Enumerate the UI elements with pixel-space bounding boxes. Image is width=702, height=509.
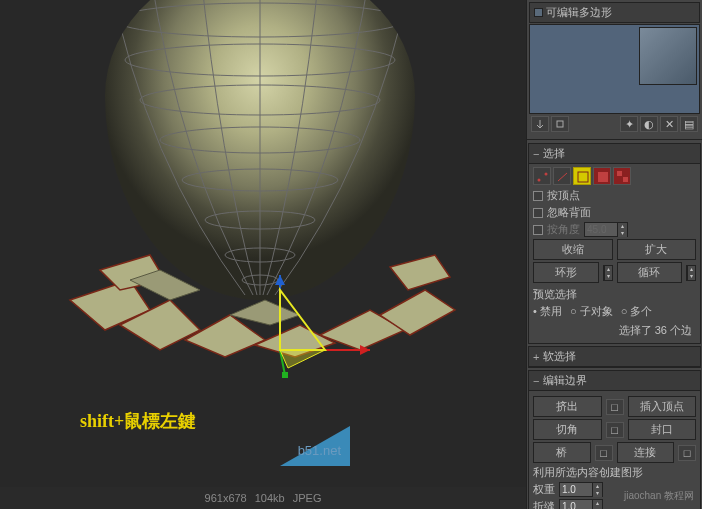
svg-point-3 <box>140 85 380 115</box>
model-vessel <box>90 0 430 355</box>
spinner-up-icon[interactable]: ▴ <box>592 500 602 507</box>
watermark: b51.net <box>298 443 341 458</box>
edge-icon[interactable] <box>553 167 571 185</box>
modifier-stack: 可编辑多边形 ✦ ◐ ✕ ▤ <box>527 0 702 136</box>
modifier-list[interactable] <box>529 24 700 114</box>
create-shape-label: 利用所选内容创建图形 <box>533 465 643 480</box>
subobj-radio-label[interactable]: 子对象 <box>580 305 613 317</box>
weight-label: 权重 <box>533 482 555 497</box>
loop-down-icon[interactable]: ▾ <box>687 273 695 280</box>
polygon-icon[interactable] <box>593 167 611 185</box>
svg-point-29 <box>545 173 548 176</box>
crease-input[interactable] <box>560 501 592 509</box>
svg-point-2 <box>125 44 395 76</box>
ignore-backface-checkbox[interactable] <box>533 208 543 218</box>
svg-marker-16 <box>390 255 450 290</box>
crease-label: 折缝 <box>533 499 555 509</box>
modifier-name: 可编辑多边形 <box>546 5 612 20</box>
modifier-header[interactable]: 可编辑多边形 <box>529 2 700 23</box>
rollout-soft-selection: + 软选择 <box>528 346 701 368</box>
ring-down-icon[interactable]: ▾ <box>604 273 612 280</box>
ring-button[interactable]: 环形 <box>533 262 599 283</box>
by-angle-checkbox[interactable] <box>533 225 543 235</box>
svg-point-4 <box>160 127 360 153</box>
crease-spinner[interactable]: ▴▾ <box>559 499 603 509</box>
ring-up-icon[interactable]: ▴ <box>604 266 612 273</box>
cap-button[interactable]: 封口 <box>628 419 697 440</box>
weight-spinner[interactable]: ▴▾ <box>559 482 603 497</box>
angle-input <box>585 224 617 235</box>
footer-format: JPEG <box>293 492 322 504</box>
loop-button[interactable]: 循环 <box>617 262 683 283</box>
svg-point-28 <box>538 179 541 182</box>
shrink-button[interactable]: 收缩 <box>533 239 613 260</box>
subobject-icons <box>533 167 696 185</box>
soft-title: 软选择 <box>543 349 576 364</box>
selection-title: 选择 <box>543 146 565 161</box>
svg-rect-33 <box>617 171 622 176</box>
configure-icon[interactable]: ✦ <box>620 116 638 132</box>
insert-vertex-button[interactable]: 插入顶点 <box>628 396 697 417</box>
connect-settings-icon[interactable]: □ <box>678 445 696 461</box>
svg-marker-12 <box>255 325 335 357</box>
footer-size: 104kb <box>255 492 285 504</box>
petals-svg <box>50 240 470 360</box>
rollout-soft-header[interactable]: + 软选择 <box>529 347 700 367</box>
svg-marker-11 <box>185 315 265 357</box>
extrude-settings-icon[interactable]: □ <box>606 399 624 415</box>
border-icon[interactable] <box>573 167 591 185</box>
extrude-button[interactable]: 挤出 <box>533 396 602 417</box>
footer-dims: 961x678 <box>205 492 247 504</box>
svg-point-5 <box>182 169 338 191</box>
multi-radio-label[interactable]: 多个 <box>630 305 652 317</box>
watermark-small: jiaochan 教程网 <box>624 489 694 503</box>
preview-sel-label: 预览选择 <box>533 287 577 302</box>
svg-marker-18 <box>230 300 300 325</box>
pin-stack-icon[interactable] <box>531 116 549 132</box>
annotation-text: shift+鼠標左鍵 <box>80 409 196 433</box>
rollout-edit-edges-header[interactable]: − 编辑边界 <box>529 371 700 391</box>
by-angle-label: 按角度 <box>547 222 580 237</box>
by-vertex-label: 按顶点 <box>547 188 580 203</box>
command-panel: 可编辑多边形 ✦ ◐ ✕ ▤ − 选择 <box>526 0 702 509</box>
make-unique-icon[interactable]: ◐ <box>640 116 658 132</box>
stack-options-icon[interactable]: ▤ <box>680 116 698 132</box>
remove-mod-icon[interactable]: ✕ <box>660 116 678 132</box>
minus-icon: − <box>533 375 539 387</box>
stack-toolbar: ✦ ◐ ✕ ▤ <box>529 114 700 134</box>
svg-rect-24 <box>282 372 288 378</box>
modifier-toggle-icon[interactable] <box>534 8 543 17</box>
image-footer: 961x678 104kb JPEG <box>0 487 526 509</box>
selection-info: 选择了 36 个边 <box>533 321 696 340</box>
angle-spinner: ▴▾ <box>584 222 628 237</box>
connect-button[interactable]: 连接 <box>617 442 675 463</box>
weight-input[interactable] <box>560 484 592 495</box>
svg-line-30 <box>558 173 567 181</box>
element-icon[interactable] <box>613 167 631 185</box>
viewport[interactable]: shift+鼠標左鍵 b51.net <box>0 0 526 488</box>
show-result-icon[interactable] <box>551 116 569 132</box>
svg-rect-34 <box>623 177 628 182</box>
chamfer-settings-icon[interactable]: □ <box>606 422 624 438</box>
svg-point-6 <box>205 211 315 229</box>
rollout-selection-header[interactable]: − 选择 <box>529 144 700 164</box>
disable-radio-label[interactable]: 禁用 <box>540 305 562 317</box>
bridge-settings-icon[interactable]: □ <box>595 445 613 461</box>
by-vertex-checkbox[interactable] <box>533 191 543 201</box>
chamfer-button[interactable]: 切角 <box>533 419 602 440</box>
preview-thumb <box>639 27 697 85</box>
bridge-button[interactable]: 桥 <box>533 442 591 463</box>
edit-edges-title: 编辑边界 <box>543 373 587 388</box>
loop-up-icon[interactable]: ▴ <box>687 266 695 273</box>
svg-rect-32 <box>598 172 608 182</box>
minus-icon: − <box>533 148 539 160</box>
svg-point-1 <box>115 3 405 37</box>
spinner-up-icon[interactable]: ▴ <box>592 483 602 490</box>
ignore-backface-label: 忽略背面 <box>547 205 591 220</box>
vertex-icon[interactable] <box>533 167 551 185</box>
grow-button[interactable]: 扩大 <box>617 239 697 260</box>
svg-rect-27 <box>557 121 563 127</box>
rollout-selection: − 选择 按顶点 忽略背面 按角度 ▴▾ 收缩 扩大 环形 ▴▾ <box>528 143 701 344</box>
plus-icon: + <box>533 351 539 363</box>
spinner-down-icon[interactable]: ▾ <box>592 490 602 497</box>
